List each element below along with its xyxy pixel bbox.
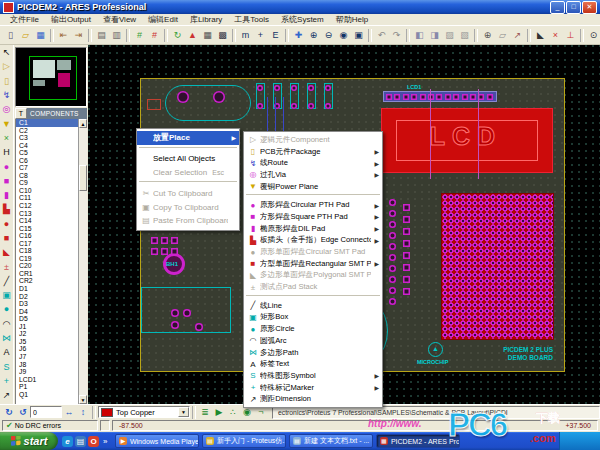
component-list[interactable]: C1C2C3C4C5C6C7C8C9C10C11C12C13C14C15C16C… — [15, 119, 87, 404]
edge-connector-tool[interactable]: ▙ — [0, 202, 13, 216]
scrollbar-thumb[interactable] — [79, 165, 87, 191]
show-desktop-icon[interactable]: ▤ — [75, 436, 86, 447]
circular-smt-tool[interactable]: ● — [0, 217, 13, 231]
list-item-c5[interactable]: C5 — [16, 149, 79, 157]
menu-item-pcbpackage[interactable]: ▯PCB元件Package▶ — [244, 146, 382, 158]
menu-item-copy-to-clipboard[interactable]: ▣Copy To Clipboard — [137, 200, 239, 214]
menu-item-paste-from-clipboard[interactable]: ▤Paste From Clipboard — [137, 214, 239, 228]
list-item-lcd1[interactable]: LCD1 — [16, 376, 79, 384]
list-item-d2[interactable]: D2 — [16, 293, 79, 301]
layer-stack-icon[interactable]: ≣ — [198, 406, 212, 419]
list-item-c11[interactable]: C11 — [16, 194, 79, 202]
taskbar-task-txt[interactable]: ▤新建 文本文档.txt - ... — [289, 434, 373, 448]
menu-item-polygonal-smt-pad[interactable]: ◣多边形单面焊盘Polygonal SMT Pad — [244, 270, 382, 282]
menu-tools[interactable]: 工具Tools — [228, 14, 275, 25]
ratsnest-icon[interactable]: ◣ — [533, 28, 548, 43]
list-item-c4[interactable]: C4 — [16, 142, 79, 150]
metric-icon[interactable]: m — [238, 28, 253, 43]
list-item-j7[interactable]: J7 — [16, 353, 79, 361]
rotate-ccw-icon[interactable]: ↺ — [16, 406, 30, 419]
mirror-vertical-icon[interactable]: ↕ — [76, 406, 90, 419]
menu-output[interactable]: 输出Output — [45, 14, 97, 25]
list-item-c17[interactable]: C17 — [16, 240, 79, 248]
list-item-d5[interactable]: D5 — [16, 315, 79, 323]
save-file-icon[interactable]: ▦ — [33, 28, 48, 43]
list-item-j1[interactable]: J1 — [16, 323, 79, 331]
list-item-j5[interactable]: J5 — [16, 338, 79, 346]
undo-icon[interactable]: ↶ — [374, 28, 389, 43]
redo-icon[interactable]: ↷ — [389, 28, 404, 43]
taskbar-task-picdem-ares-prof[interactable]: ▦PICDEM2 - ARES Prof... — [376, 434, 460, 448]
menu-item-power-plane[interactable]: ▼覆铜Power Plane — [244, 181, 382, 193]
square-pad-tool[interactable]: ■ — [0, 174, 13, 188]
menu-item-text[interactable]: A标签Text — [244, 358, 382, 370]
menu-item-clear-selection[interactable]: Clear SelectionEsc — [137, 166, 239, 180]
list-item-p1[interactable]: P1 — [16, 383, 79, 391]
force-vector-icon[interactable]: × — [548, 28, 563, 43]
redraw-icon[interactable]: ↻ — [170, 28, 185, 43]
block-move-icon[interactable]: ▧ — [457, 28, 472, 43]
dil-pad-tool[interactable]: ▮ — [0, 188, 13, 202]
menu-item-cut-to-clipboard[interactable]: ✂Cut To Clipboard — [137, 186, 239, 200]
rect-smt-tool[interactable]: ■ — [0, 231, 13, 245]
menu-item-component[interactable]: ▷逻辑元件Component — [244, 134, 382, 146]
arc-tool[interactable]: ◠ — [0, 317, 13, 331]
power-plane-tool[interactable]: ▼ — [0, 116, 13, 130]
zoom-area-icon[interactable]: ▣ — [351, 28, 366, 43]
zoom-out-icon[interactable]: ⊖ — [321, 28, 336, 43]
menu-item-select-all-objects[interactable]: Select All Objects — [137, 152, 239, 166]
list-item-cr1[interactable]: CR1 — [16, 270, 79, 278]
list-item-c3[interactable]: C3 — [16, 134, 79, 142]
taskbar-task-proteus[interactable]: ▤新手入门 - Proteus仿... — [202, 434, 286, 448]
list-item-c16[interactable]: C16 — [16, 232, 79, 240]
menu-item-square-pth-pad[interactable]: ■方形焊盘Square PTH Pad▶ — [244, 211, 382, 223]
ratsnest-tool[interactable]: × — [0, 131, 13, 145]
list-item-c12[interactable]: C12 — [16, 202, 79, 210]
menu-item-rectangular-smt-pad[interactable]: ■方型单面焊盘Rectangular SMT Pad▶ — [244, 258, 382, 270]
box-tool[interactable]: ▣ — [0, 288, 13, 302]
menu-item-symbol[interactable]: S特殊图形Symbol▶ — [244, 370, 382, 382]
circle-tool[interactable]: ● — [0, 302, 13, 316]
menu-edit[interactable]: 编辑Edit — [142, 14, 184, 25]
menu-view[interactable]: 查看View — [97, 14, 142, 25]
list-item-c7[interactable]: C7 — [16, 164, 79, 172]
menu-item-route[interactable]: ↯线Route▶ — [244, 157, 382, 169]
pan-icon[interactable]: ✚ — [291, 28, 306, 43]
toggle-button[interactable]: T — [15, 108, 27, 119]
list-item-d4[interactable]: D4 — [16, 308, 79, 316]
list-item-c19[interactable]: C19 — [16, 255, 79, 263]
menu-item-arc[interactable]: ◠圆弧Arc — [244, 335, 382, 347]
open-file-icon[interactable]: ▱ — [18, 28, 33, 43]
grid-icon[interactable]: ▦ — [200, 28, 215, 43]
origin-icon[interactable]: ▩ — [215, 28, 230, 43]
snap-grid-icon[interactable]: ∴ — [226, 406, 240, 419]
menu-help[interactable]: 帮助Help — [330, 14, 374, 25]
menu-item-pad-stack[interactable]: ±测试点Pad Stack — [244, 281, 382, 293]
close-button[interactable]: ✕ — [582, 1, 597, 14]
menu-item-circular-smt-pad[interactable]: ●原形单面焊盘Circular SMT Pad — [244, 246, 382, 258]
list-item-c6[interactable]: C6 — [16, 157, 79, 165]
menu-system[interactable]: 系统System — [275, 14, 330, 25]
list-item-j9[interactable]: J9 — [16, 368, 79, 376]
overview-minimap[interactable] — [15, 47, 87, 107]
start-button[interactable]: start — [0, 432, 58, 450]
list-item-d3[interactable]: D3 — [16, 300, 79, 308]
layer-flip-icon[interactable]: ▲ — [185, 28, 200, 43]
highlight-tool[interactable]: H — [0, 145, 13, 159]
rotation-angle-input[interactable] — [30, 406, 62, 418]
menu-item-via[interactable]: ◎过孔Via▶ — [244, 169, 382, 181]
import-icon[interactable]: ⇤ — [56, 28, 71, 43]
menu-item-place[interactable]: 放置Place▶ — [137, 131, 239, 145]
line-tool[interactable]: ╱ — [0, 274, 13, 288]
zoom-in-icon[interactable]: ⊕ — [306, 28, 321, 43]
edit-part-icon[interactable]: ▱ — [495, 28, 510, 43]
goto-icon[interactable]: E — [268, 28, 283, 43]
opera-icon[interactable]: O — [88, 436, 99, 447]
via-tool[interactable]: ◎ — [0, 102, 13, 116]
trace-mode-icon[interactable]: ▶ — [212, 406, 226, 419]
new-file-icon[interactable]: ▯ — [3, 28, 18, 43]
menu-item-box[interactable]: ▣矩形Box — [244, 312, 382, 324]
menu-item-circle[interactable]: ●原形Circle — [244, 323, 382, 335]
menu-item-marker[interactable]: +特殊标记Marker▶ — [244, 382, 382, 394]
pin-swap-icon[interactable]: ⊥ — [563, 28, 578, 43]
